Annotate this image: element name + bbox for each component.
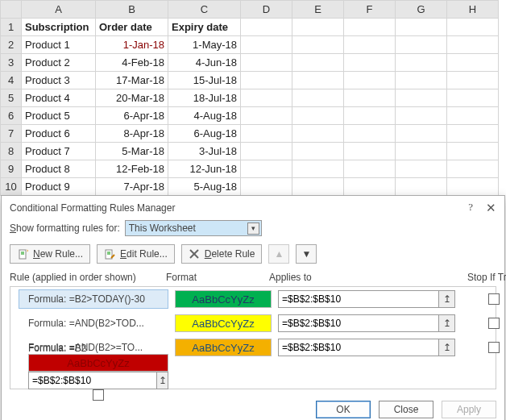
table-row[interactable]: 9Product 812-Feb-1812-Jun-18 xyxy=(1,160,499,178)
stop-if-true-checkbox[interactable] xyxy=(488,342,500,353)
applies-to-field[interactable]: ↥ xyxy=(278,339,455,356)
cell[interactable] xyxy=(396,125,447,143)
cell-A[interactable]: Product 2 xyxy=(22,54,96,72)
row-header[interactable]: 1 xyxy=(1,19,22,36)
cell-C[interactable]: 5-Aug-18 xyxy=(168,178,241,196)
cell[interactable] xyxy=(241,54,292,72)
cell-A[interactable]: Product 8 xyxy=(22,160,96,178)
row-header[interactable]: 4 xyxy=(1,72,22,89)
table-row[interactable]: 3Product 24-Feb-184-Jun-18 xyxy=(1,54,499,72)
row-header[interactable]: 5 xyxy=(1,89,22,107)
cell[interactable] xyxy=(344,89,396,107)
cell[interactable] xyxy=(292,125,344,143)
cell-B[interactable]: 7-Apr-18 xyxy=(96,178,168,196)
cell[interactable] xyxy=(344,54,396,72)
col-header-E[interactable]: E xyxy=(292,1,344,19)
cell[interactable] xyxy=(447,178,499,196)
cell[interactable] xyxy=(241,107,292,125)
cell[interactable] xyxy=(241,125,292,143)
cell-C[interactable]: 6-Aug-18 xyxy=(168,125,241,143)
rule-row[interactable]: Formula: =B2AaBbCcYyZz↥ xyxy=(10,360,496,384)
table-row[interactable]: 6Product 56-Apr-184-Aug-18 xyxy=(1,107,499,125)
cell[interactable] xyxy=(241,72,292,89)
cell-A[interactable]: Product 4 xyxy=(22,89,96,107)
row-header[interactable]: 3 xyxy=(1,54,22,72)
cell[interactable] xyxy=(447,54,499,72)
row-header[interactable]: 9 xyxy=(1,160,22,178)
cell-C[interactable]: 3-Jul-18 xyxy=(168,143,241,160)
cell[interactable] xyxy=(396,178,447,196)
cell[interactable] xyxy=(292,160,344,178)
cell-B[interactable]: 5-Mar-18 xyxy=(96,143,168,160)
cell-A[interactable]: Product 3 xyxy=(22,72,96,89)
cell[interactable] xyxy=(396,143,447,160)
col-header-F[interactable]: F xyxy=(344,1,396,19)
applies-to-field[interactable]: ↥ xyxy=(278,290,455,308)
cell-A[interactable]: Product 6 xyxy=(22,125,96,143)
cell[interactable] xyxy=(344,160,396,178)
col-header-H[interactable]: H xyxy=(447,1,499,19)
col-header-G[interactable]: G xyxy=(396,1,447,19)
new-rule-button[interactable]: ✶ New Rule... xyxy=(10,244,90,264)
applies-to-input[interactable] xyxy=(279,291,438,307)
move-up-button[interactable]: ▲ xyxy=(268,244,289,264)
cell[interactable] xyxy=(447,143,499,160)
table-row[interactable]: 4Product 317-Mar-1815-Jul-18 xyxy=(1,72,499,89)
cell[interactable] xyxy=(447,72,499,89)
cell[interactable] xyxy=(344,178,396,196)
cell-B[interactable]: 6-Apr-18 xyxy=(96,107,168,125)
cell-C[interactable]: 15-Jul-18 xyxy=(168,72,241,89)
table-row[interactable]: 7Product 68-Apr-186-Aug-18 xyxy=(1,125,499,143)
cell[interactable] xyxy=(292,36,344,54)
applies-to-input[interactable] xyxy=(279,315,438,331)
cell[interactable] xyxy=(396,54,447,72)
cell[interactable] xyxy=(292,107,344,125)
table-row[interactable]: 2Product 11-Jan-181-May-18 xyxy=(1,36,499,54)
cell-B[interactable]: 1-Jan-18 xyxy=(96,36,168,54)
delete-rule-button[interactable]: Delete Rule xyxy=(181,244,263,264)
cell[interactable] xyxy=(447,19,499,36)
row-header[interactable]: 10 xyxy=(1,178,22,196)
rule-row[interactable]: Formula: =AND(B2>TOD...AaBbCcYyZz↥ xyxy=(10,311,496,335)
cell-B1[interactable]: Order date xyxy=(96,19,168,36)
cell[interactable] xyxy=(241,178,292,196)
cell[interactable] xyxy=(396,19,447,36)
cell-A[interactable]: Product 1 xyxy=(22,36,96,54)
spreadsheet[interactable]: A B C D E F G H 1 Subscription Order dat… xyxy=(0,0,499,196)
edit-rule-button[interactable]: Edit Rule... xyxy=(97,244,175,264)
applies-to-input[interactable] xyxy=(29,372,156,389)
cell-B[interactable]: 12-Feb-18 xyxy=(96,160,168,178)
cell[interactable] xyxy=(344,107,396,125)
row-header[interactable]: 6 xyxy=(1,107,22,125)
cell-B[interactable]: 17-Mar-18 xyxy=(96,72,168,89)
cell[interactable] xyxy=(447,125,499,143)
help-button[interactable]: ? xyxy=(468,201,473,215)
range-picker-icon[interactable]: ↥ xyxy=(156,372,168,389)
col-header-A[interactable]: A xyxy=(22,1,96,19)
cell-C[interactable]: 4-Jun-18 xyxy=(168,54,241,72)
row-header[interactable]: 7 xyxy=(1,125,22,143)
cell[interactable] xyxy=(447,89,499,107)
cell[interactable] xyxy=(447,160,499,178)
cell[interactable] xyxy=(396,107,447,125)
select-all-corner[interactable] xyxy=(1,1,22,19)
col-header-C[interactable]: C xyxy=(168,1,241,19)
applies-to-input[interactable] xyxy=(279,339,438,356)
cell-C[interactable]: 18-Jul-18 xyxy=(168,89,241,107)
row-header[interactable]: 8 xyxy=(1,143,22,160)
cell[interactable] xyxy=(396,36,447,54)
cell[interactable] xyxy=(447,36,499,54)
cell-A1[interactable]: Subscription xyxy=(22,19,96,36)
cell-A[interactable]: Product 7 xyxy=(22,143,96,160)
move-down-button[interactable]: ▼ xyxy=(296,244,317,264)
cell-B[interactable]: 4-Feb-18 xyxy=(96,54,168,72)
stop-if-true-checkbox[interactable] xyxy=(488,293,500,305)
cell[interactable] xyxy=(292,19,344,36)
range-picker-icon[interactable]: ↥ xyxy=(438,315,454,331)
cell-B[interactable]: 8-Apr-18 xyxy=(96,125,168,143)
cell[interactable] xyxy=(292,178,344,196)
cell[interactable] xyxy=(292,143,344,160)
cell[interactable] xyxy=(344,36,396,54)
chevron-down-icon[interactable]: ▾ xyxy=(247,222,259,235)
rule-row[interactable]: Formula: =B2>TODAY()-30AaBbCcYyZz↥ xyxy=(10,287,496,311)
